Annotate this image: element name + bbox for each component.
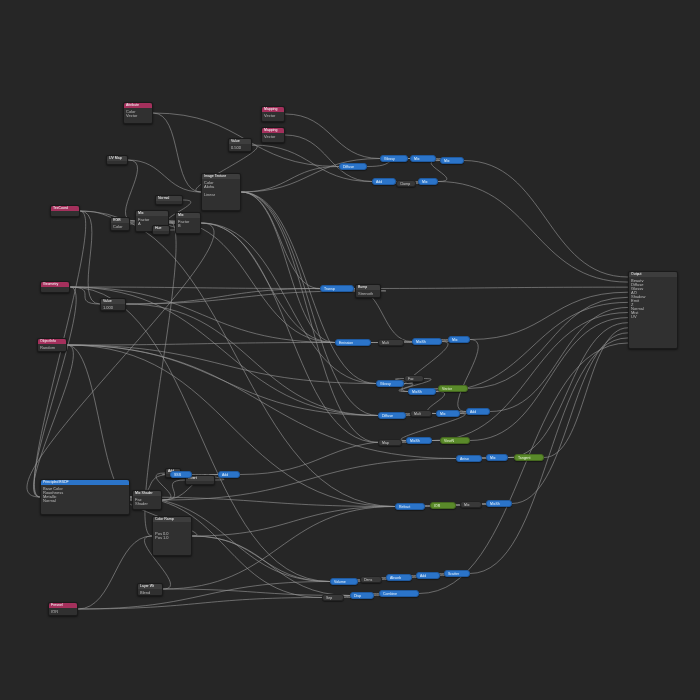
pill-p22[interactable]: MixSh: [406, 437, 432, 444]
pill-p25[interactable]: Mix: [486, 454, 508, 461]
node-body: 0.500: [229, 144, 251, 150]
wire: [285, 135, 372, 182]
node-n8[interactable]: MixFactorB: [175, 212, 201, 234]
pill-p9[interactable]: Emission: [335, 339, 371, 346]
node-n4[interactable]: Value0.500: [228, 138, 252, 152]
pill-p10[interactable]: Mult: [378, 339, 404, 346]
pill-p6[interactable]: Clamp: [396, 180, 416, 187]
wire: [70, 287, 335, 343]
pill-p2[interactable]: Glossy: [380, 155, 408, 162]
wire: [241, 167, 339, 193]
wire: [192, 507, 395, 537]
pill-p26[interactable]: Tangent: [514, 454, 544, 461]
node-n9[interactable]: RGBColor: [110, 217, 130, 231]
node-n21[interactable]: FresnelIOR: [48, 602, 78, 616]
pill-p16[interactable]: Vector: [438, 385, 468, 392]
node-graph-canvas[interactable]: OutputBeautyDiffuseGlossyAOShadowEmitZNo…: [0, 0, 700, 700]
wire: [34, 345, 74, 497]
pill-p39[interactable]: Disp: [350, 592, 374, 599]
node-body: FactorB: [176, 218, 200, 228]
wire: [34, 211, 85, 497]
pill-p34[interactable]: Dens: [360, 576, 382, 583]
node-row: Random: [40, 345, 64, 349]
wire: [438, 182, 628, 283]
node-n18[interactable]: Color RampPos 0.0Pos 1.0: [152, 516, 192, 556]
pill-p17[interactable]: Diffuse: [378, 412, 406, 419]
node-body: Vector: [262, 112, 284, 118]
pill-p1[interactable]: Diffuse: [339, 163, 367, 170]
pill-p3[interactable]: Mix: [410, 155, 436, 162]
node-n13[interactable]: Geometry: [40, 281, 70, 293]
pill-p36[interactable]: Add: [416, 572, 440, 579]
node-n23[interactable]: BumpStrength: [355, 284, 381, 298]
pill-p40[interactable]: Combine: [379, 590, 419, 597]
pill-p24[interactable]: Aniso: [456, 455, 482, 462]
node-out[interactable]: OutputBeautyDiffuseGlossyAOShadowEmitZNo…: [628, 271, 678, 349]
node-row: UV: [631, 314, 675, 318]
pill-p5[interactable]: Add: [372, 178, 396, 185]
pill-p11[interactable]: MixSh: [412, 338, 442, 345]
pill-p15[interactable]: MixSh: [408, 388, 436, 395]
node-n22[interactable]: Layer WtBlend: [137, 583, 163, 596]
node-row: Color: [113, 224, 127, 228]
node-body: Vector: [262, 133, 284, 139]
wire: [470, 292, 628, 339]
wire: [458, 340, 478, 412]
node-body: IOR: [49, 608, 77, 614]
wire: [70, 287, 330, 582]
pill-p20[interactable]: Add: [466, 408, 490, 415]
pill-p37[interactable]: Scatter: [444, 570, 470, 577]
wire: [126, 291, 355, 304]
pill-p8[interactable]: Transp: [320, 285, 354, 292]
pill-p18[interactable]: Mult: [410, 410, 432, 417]
pill-p35[interactable]: Absorb: [386, 574, 412, 581]
wire: [67, 345, 378, 416]
pill-p30[interactable]: IOR: [430, 502, 456, 509]
node-n14[interactable]: Value1.000: [100, 298, 126, 311]
node-n6[interactable]: Image TextureColorAlphaLinear: [201, 173, 241, 211]
node-body: BeautyDiffuseGlossyAOShadowEmitZNormalMi…: [629, 277, 677, 319]
wire: [80, 211, 395, 507]
node-n2[interactable]: MappingVector: [261, 106, 285, 122]
pill-p19[interactable]: Mix: [436, 410, 460, 417]
wire: [145, 221, 176, 536]
wire: [70, 287, 320, 289]
node-row: 1.000: [103, 305, 123, 309]
pill-p21[interactable]: Map: [378, 439, 402, 446]
pill-p32[interactable]: MixSh: [486, 500, 512, 507]
node-n15[interactable]: ObjectInfoRandom: [37, 338, 67, 352]
pill-p12[interactable]: Mix: [448, 336, 470, 343]
node-n12[interactable]: Hue: [152, 225, 170, 235]
node-body: ColorAlphaLinear: [202, 179, 240, 197]
node-n3[interactable]: MappingVector: [261, 127, 285, 143]
node-n16[interactable]: Principled BSDFBase ColorRoughnessMetall…: [40, 479, 130, 515]
node-body: Blend: [138, 589, 162, 595]
pill-p33[interactable]: Volume: [330, 578, 358, 585]
node-n17[interactable]: Mix ShaderFacShader: [132, 490, 162, 510]
pill-p23[interactable]: ViewN: [440, 437, 470, 444]
node-header: TexCoord: [51, 206, 79, 211]
wire: [27, 223, 214, 497]
pill-p7[interactable]: Mix: [418, 178, 438, 185]
pill-p13[interactable]: Glossy: [376, 380, 404, 387]
pill-p14[interactable]: Fac: [404, 375, 424, 382]
pill-p4[interactable]: Mix: [440, 157, 464, 164]
pill-p31[interactable]: Mix: [460, 501, 482, 508]
wire: [67, 345, 132, 500]
pill-p27[interactable]: SSS: [170, 471, 192, 478]
node-n1[interactable]: AttributeColorVector: [123, 102, 153, 124]
wire: [70, 287, 100, 304]
node-row: Blend: [140, 590, 160, 594]
pill-p29[interactable]: Refract: [395, 503, 425, 510]
node-row: Linear: [204, 192, 238, 196]
node-body: Random: [38, 344, 66, 350]
node-n11[interactable]: Normal: [155, 195, 183, 205]
pill-p28[interactable]: Add: [218, 471, 240, 478]
node-body: 1.000: [101, 304, 125, 310]
node-body: Base ColorRoughnessMetallicNormal: [41, 485, 129, 503]
wire: [201, 223, 378, 443]
wire: [78, 536, 152, 609]
node-n5[interactable]: UV Map: [106, 155, 128, 165]
node-n10[interactable]: TexCoord: [50, 205, 80, 217]
pill-p38[interactable]: Sep: [322, 594, 344, 601]
